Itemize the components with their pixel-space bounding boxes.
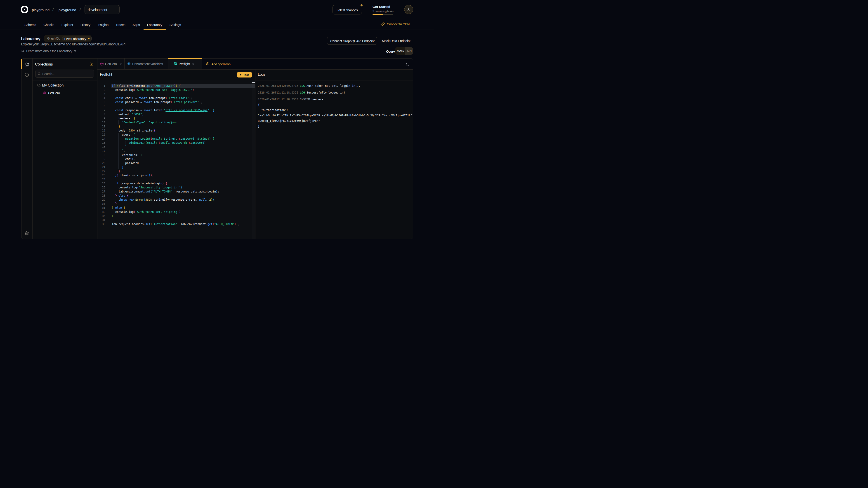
code-line-14: mutation Login($email: String!, $passwor… <box>112 137 240 141</box>
learn-more-label: Learn more about the Laboratory <box>26 49 94 53</box>
log-timestamp: 2026-01-26T12:12:18.333Z <box>258 91 298 94</box>
indent-guide <box>115 133 115 137</box>
test-button-label: Test <box>243 73 249 76</box>
close-tab-icon[interactable] <box>192 63 194 65</box>
endpoint-toggle-api[interactable]: API <box>405 47 413 55</box>
history-sidebar-icon[interactable] <box>25 72 29 77</box>
code-line-10: 'Content-Type': 'application/json' <box>112 121 240 125</box>
breadcrumb-org[interactable]: playground <box>32 8 50 12</box>
globe-icon <box>127 62 131 66</box>
indent-guide <box>112 177 112 182</box>
nav-item-checks[interactable]: Checks <box>40 20 58 29</box>
indent-guide <box>112 129 112 133</box>
code-line-16: } <box>112 145 240 149</box>
code-line-24 <box>112 177 240 182</box>
line-number-15: 15 <box>97 141 105 145</box>
toggle-hive-laboratory[interactable]: Hive Laboratory <box>62 36 92 41</box>
settings-gear-icon[interactable] <box>25 231 29 235</box>
scroll-icon <box>174 62 177 66</box>
hive-laboratory-active-dot <box>88 38 90 39</box>
get-started-subtitle: 3 remaining tasks <box>373 9 394 13</box>
code-line-32: console.log('Auth token set, skipping') <box>112 210 240 214</box>
nav-item-explorer[interactable]: Explorer <box>58 20 77 29</box>
external-link-icon <box>74 50 76 52</box>
indent-guide <box>112 157 112 161</box>
tab-label: Environment Variables <box>132 62 163 66</box>
indent-guide <box>115 186 115 190</box>
nav-item-traces[interactable]: Traces <box>112 20 129 29</box>
query-label: Query <box>386 50 395 53</box>
logs-panel[interactable]: 2026-01-26T12:12:09.271Z LOG Auth token … <box>258 83 413 238</box>
laboratory-panel: Collections Search... My Collection GetH… <box>21 58 413 239</box>
collections-sidebar-icon[interactable] <box>25 62 29 67</box>
get-started-title[interactable]: Get Started <box>373 5 391 9</box>
latest-changes-button[interactable]: Latest changes <box>333 5 362 14</box>
endpoint-toggle-mock[interactable]: Mock <box>395 47 405 55</box>
code-line-34 <box>112 218 240 222</box>
code-line-19: email, <box>112 157 240 161</box>
add-collection-icon[interactable] <box>90 62 93 66</box>
line-number-16: 16 <box>97 145 105 149</box>
code-line-5: const password = await lab.prompt('Enter… <box>112 100 240 104</box>
breadcrumb-project[interactable]: playground <box>59 8 76 12</box>
resize-grip[interactable] <box>252 82 255 83</box>
code-line-11: }, <box>112 125 240 129</box>
log-message: Successfully logged in! <box>307 91 345 94</box>
test-button[interactable]: Test <box>237 72 252 77</box>
log-body-line: { <box>258 102 413 107</box>
environment-select[interactable]: development <box>85 5 120 14</box>
indent-guide <box>115 145 115 149</box>
close-tab-icon[interactable] <box>120 63 122 65</box>
log-body-line: "authorization": <box>258 107 413 113</box>
line-number-3: 3 <box>97 92 105 96</box>
connect-endpoint-button[interactable]: Connect GraphQL API Endpoint <box>327 37 377 45</box>
code-line-21: } <box>112 165 240 169</box>
indent-guide <box>112 88 112 92</box>
nav-item-schema[interactable]: Schema <box>21 20 40 29</box>
indent-guide <box>112 186 112 190</box>
nav-item-apps[interactable]: Apps <box>129 20 143 29</box>
mock-data-endpoint-button[interactable]: Mock Data Endpoint <box>382 39 410 43</box>
code-line-17: `, <box>112 149 240 153</box>
line-number-21: 21 <box>97 165 105 169</box>
latest-changes-label: Latest changes <box>337 8 358 12</box>
indent-guide <box>112 153 112 157</box>
search-icon <box>37 72 41 75</box>
log-message: Auth token not set, loggin in... <box>307 84 360 88</box>
tab-gethero[interactable]: GetHero <box>97 59 125 70</box>
hive-logo[interactable] <box>21 6 28 13</box>
nav-item-history[interactable]: History <box>77 20 94 29</box>
tab-environment-variables[interactable]: Environment Variables <box>125 59 168 70</box>
code-line-29: throw new Error(JSON.stringify(response.… <box>112 198 240 202</box>
line-number-1: 1 <box>97 84 105 88</box>
code-editor[interactable]: 1234567891011121314151617181920212223242… <box>97 80 255 238</box>
line-number-28: 28 <box>97 194 105 198</box>
header-divider <box>0 30 434 30</box>
collections-divider <box>97 59 97 239</box>
line-number-34: 34 <box>97 218 105 222</box>
code-line-13: query: ` <box>112 133 240 137</box>
indent-guide <box>112 112 112 116</box>
line-number-5: 5 <box>97 100 105 104</box>
editor-logs-divider[interactable] <box>255 70 255 239</box>
breadcrumb-separator: / <box>79 7 81 12</box>
toggle-graphiql[interactable]: GraphiQL <box>44 35 62 42</box>
nav-item-settings[interactable]: Settings <box>166 20 185 29</box>
nav-item-insights[interactable]: Insights <box>94 20 112 29</box>
user-avatar[interactable] <box>404 5 413 14</box>
close-tab-icon[interactable] <box>165 63 168 65</box>
nav-item-laboratory[interactable]: Laboratory <box>144 20 166 29</box>
line-number-18: 18 <box>97 153 105 157</box>
fullscreen-icon[interactable] <box>406 63 409 66</box>
indent-guide <box>112 149 112 153</box>
log-entry: 2026-01-26T12:12:18.333Z SYSTEM Headers:… <box>258 97 413 129</box>
indent-guide <box>115 121 115 125</box>
connect-endpoint-label: Connect GraphQL API Endpoint <box>330 39 374 43</box>
latest-changes-notification-dot <box>361 4 363 6</box>
tab-preflight[interactable]: Preflight <box>168 59 202 70</box>
indent-guide <box>112 169 112 173</box>
link-icon <box>381 22 385 26</box>
line-number-24: 24 <box>97 177 105 182</box>
editor-gutter: 1234567891011121314151617181920212223242… <box>97 84 105 226</box>
collections-search[interactable]: Search... <box>35 70 94 78</box>
